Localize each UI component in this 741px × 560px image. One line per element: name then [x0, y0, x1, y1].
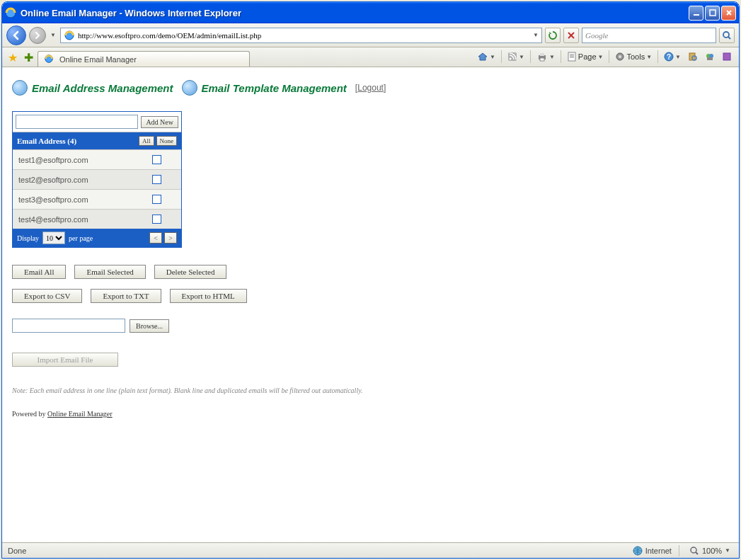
separator	[657, 50, 658, 63]
svg-rect-29	[723, 53, 730, 60]
research-button[interactable]	[685, 49, 701, 64]
powered-by: Powered by Online Email Manager	[12, 410, 729, 418]
email-cell: test3@esoftpro.com	[18, 195, 88, 204]
ie-window: Online Email Manager - Windows Internet …	[1, 1, 740, 559]
url-input[interactable]	[78, 31, 530, 40]
row-checkbox[interactable]	[152, 155, 161, 164]
tab-page-icon	[44, 54, 55, 65]
row-checkbox[interactable]	[152, 195, 161, 204]
add-favorite-icon[interactable]: ✚	[22, 51, 35, 64]
email-row: test3@esoftpro.com	[13, 189, 181, 209]
svg-text:?: ?	[667, 53, 671, 61]
prev-page-button[interactable]: <	[149, 232, 162, 244]
email-row: test2@esoftpro.com	[13, 169, 181, 189]
svg-rect-1	[694, 14, 699, 16]
logout-group: [Logout]	[355, 83, 386, 93]
address-bar[interactable]: ▼	[60, 28, 542, 43]
back-button[interactable]	[6, 25, 26, 45]
new-email-input[interactable]	[16, 115, 138, 129]
globe-icon	[12, 80, 28, 96]
ie-icon	[5, 7, 16, 18]
separator	[679, 545, 679, 556]
add-new-button[interactable]: Add New	[141, 116, 178, 128]
page-content: Email Address Management Email Template …	[2, 67, 739, 542]
onenote-button[interactable]	[719, 49, 735, 64]
select-all-button[interactable]: All	[139, 136, 154, 146]
minimize-button[interactable]	[689, 6, 703, 21]
next-page-button[interactable]: >	[164, 232, 177, 244]
email-selected-button[interactable]: Email Selected	[74, 265, 145, 279]
zoom-control[interactable]: 100% ▼	[687, 546, 733, 556]
display-label: Display	[17, 234, 39, 242]
svg-line-32	[696, 552, 698, 554]
zoom-value: 100%	[702, 547, 722, 555]
select-none-button[interactable]: None	[156, 136, 178, 146]
page-size-select[interactable]: 10	[42, 232, 65, 244]
email-cell: test4@esoftpro.com	[18, 215, 88, 224]
tools-menu[interactable]: Tools ▼	[612, 49, 655, 64]
browse-button[interactable]: Browse...	[130, 319, 169, 333]
maximize-button[interactable]	[705, 6, 720, 21]
app-top-nav: Email Address Management Email Template …	[12, 80, 729, 96]
export-csv-button[interactable]: Export to CSV	[12, 289, 82, 303]
svg-rect-15	[540, 58, 544, 61]
separator	[561, 50, 561, 63]
forward-button[interactable]	[29, 27, 46, 44]
separator	[501, 50, 502, 63]
navigation-toolbar: ▼ ▼ Google	[2, 23, 739, 47]
add-new-row: Add New	[13, 112, 181, 132]
favorites-icon[interactable]: ★	[6, 51, 19, 64]
window-title: Online Email Manager - Windows Internet …	[21, 8, 689, 18]
file-path-input[interactable]	[12, 319, 125, 333]
stop-button[interactable]	[563, 28, 579, 43]
email-cell: test1@esoftpro.com	[18, 156, 88, 164]
export-txt-button[interactable]: Export to TXT	[91, 289, 161, 303]
export-html-button[interactable]: Export to HTML	[170, 289, 247, 303]
powered-prefix: Powered by	[12, 410, 47, 418]
refresh-button[interactable]	[545, 28, 561, 43]
search-box[interactable]: Google	[582, 28, 716, 43]
svg-rect-28	[707, 57, 713, 60]
nav-history-dropdown[interactable]: ▼	[49, 32, 57, 38]
svg-point-8	[723, 32, 729, 38]
svg-point-12	[510, 58, 512, 60]
close-button[interactable]	[721, 6, 736, 21]
address-dropdown-icon[interactable]: ▼	[533, 32, 539, 38]
panel-header: Email Address (4) All None	[13, 132, 181, 149]
panel-body: test1@esoftpro.com test2@esoftpro.com te…	[13, 149, 181, 229]
email-row: test1@esoftpro.com	[13, 149, 181, 169]
svg-rect-16	[568, 52, 575, 61]
separator	[530, 50, 531, 63]
email-address-management-link[interactable]: Email Address Management	[12, 80, 173, 96]
home-button[interactable]: ▼	[474, 49, 498, 64]
window-controls	[689, 6, 736, 21]
messenger-button[interactable]	[702, 49, 718, 64]
row-checkbox[interactable]	[152, 215, 161, 224]
feeds-button[interactable]: ▼	[505, 49, 527, 64]
dropdown-arrow-icon: ▼	[549, 54, 555, 60]
nav-label: Email Address Management	[32, 82, 173, 94]
tab-bar: ★ ✚ Online Email Manager ▼ ▼ ▼	[2, 47, 739, 67]
panel-footer: Display 10 per page < >	[13, 229, 181, 247]
email-all-button[interactable]: Email All	[12, 265, 66, 279]
status-bar: Done Internet 100% ▼	[2, 542, 739, 558]
svg-line-9	[728, 37, 730, 39]
email-template-management-link[interactable]: Email Template Management	[182, 80, 347, 96]
logout-link[interactable]: Logout	[357, 83, 384, 93]
row-checkbox[interactable]	[152, 175, 161, 184]
titlebar: Online Email Manager - Windows Internet …	[2, 2, 739, 23]
powered-link[interactable]: Online Email Manager	[47, 410, 113, 418]
browser-tab[interactable]: Online Email Manager	[38, 51, 250, 67]
svg-rect-2	[710, 10, 716, 16]
export-action-row: Export to CSV Export to TXT Export to HT…	[12, 289, 729, 303]
zone-label: Internet	[645, 547, 672, 555]
search-button[interactable]	[719, 28, 735, 43]
nav-label: Email Template Management	[202, 82, 347, 94]
page-menu[interactable]: Page ▼	[564, 49, 607, 64]
email-list-panel: Add New Email Address (4) All None test1…	[12, 111, 182, 248]
delete-selected-button[interactable]: Delete Selected	[154, 265, 227, 279]
print-button[interactable]: ▼	[534, 49, 558, 64]
panel-header-label: Email Address (4)	[17, 137, 76, 145]
import-email-file-button[interactable]: Import Email File	[12, 353, 118, 367]
help-button[interactable]: ? ▼	[661, 49, 684, 64]
